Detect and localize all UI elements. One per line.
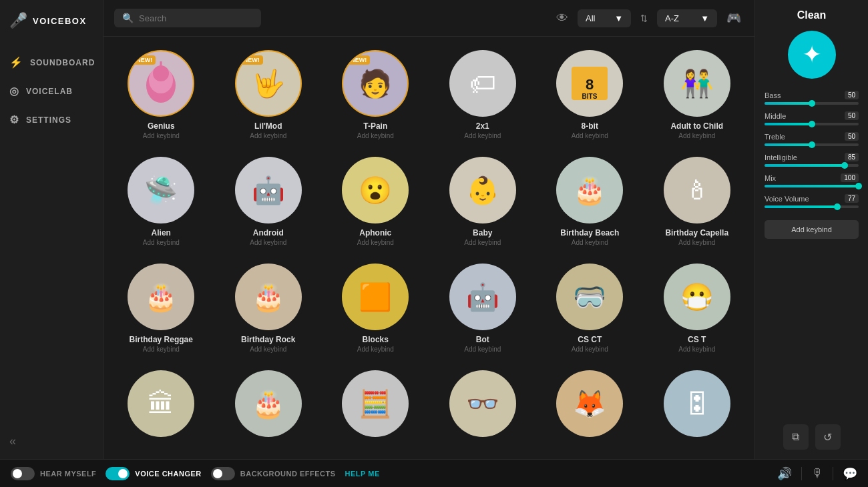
voice-name: Bot <box>476 335 489 344</box>
voice-card-birthday-capella[interactable]: 🕯 Birthday Capella Add keybind <box>646 150 748 252</box>
slider-fill-voice-volume <box>765 205 837 208</box>
voice-keybind[interactable]: Add keybind <box>464 346 501 353</box>
slider-thumb-mix[interactable] <box>855 183 862 189</box>
voice-card-birthday-reggae[interactable]: 🎂 Birthday Reggae Add keybind <box>110 257 212 358</box>
voice-card-baby[interactable]: 👶 Baby Add keybind <box>432 150 534 252</box>
volume-icon[interactable]: 🔊 <box>777 466 792 481</box>
voice-circle: 8BITS <box>556 50 623 117</box>
slider-track-mix[interactable] <box>765 185 859 187</box>
voice-card-cs-ct[interactable]: 🥽 CS CT Add keybind <box>539 257 641 358</box>
voice-card-partial5[interactable]: 🦊 <box>539 364 641 442</box>
voice-grid-container: NEW! Genius Add keybind NEW! 🤟 Lil'Mod A… <box>103 37 754 459</box>
voice-keybind[interactable]: Add keybind <box>143 132 180 139</box>
voice-card-partial1[interactable]: 🏛 <box>110 364 212 442</box>
voice-card-bot[interactable]: 🤖 Bot Add keybind <box>432 257 534 358</box>
voice-keybind[interactable]: Add keybind <box>464 239 501 246</box>
slider-track-bass[interactable] <box>765 102 859 105</box>
search-box[interactable]: 🔍 <box>114 9 261 27</box>
voice-keybind[interactable]: Add keybind <box>572 346 608 353</box>
slider-thumb-treble[interactable] <box>809 141 815 148</box>
slider-fill-intelligible <box>765 164 845 167</box>
slider-track-intelligible[interactable] <box>765 164 859 167</box>
voice-keybind[interactable]: Add keybind <box>250 239 286 246</box>
voice-card-lil-mod[interactable]: NEW! 🤟 Lil'Mod Add keybind <box>218 43 320 145</box>
slider-thumb-voice-volume[interactable] <box>834 203 841 210</box>
sidebar-item-voicelab[interactable]: ◎ VOICELAB <box>0 77 103 105</box>
voice-keybind[interactable]: Add keybind <box>250 346 286 353</box>
sort-dropdown[interactable]: A-Z ▼ <box>657 9 717 27</box>
voice-name: Lil'Mod <box>254 121 282 131</box>
voice-card-partial2[interactable]: 🎂 <box>218 364 320 442</box>
bg-effects-toggle[interactable] <box>211 467 235 480</box>
hear-myself-toggle[interactable] <box>11 467 35 480</box>
voice-circle: 🎂 <box>235 370 302 437</box>
voice-card-birthday-rock[interactable]: 🎂 Birthday Rock Add keybind <box>218 257 320 358</box>
voice-circle: 😮 <box>342 157 409 223</box>
sidebar-item-settings[interactable]: ⚙ SETTINGS <box>0 105 103 134</box>
voice-circle: NEW! 🤟 <box>235 50 302 117</box>
voice-keybind[interactable]: Add keybind <box>357 132 394 139</box>
grid-options-icon[interactable]: 🎮 <box>724 8 744 28</box>
reset-button[interactable]: ↺ <box>815 424 841 450</box>
slider-value-mix: 100 <box>841 173 859 182</box>
chat-icon[interactable]: 💬 <box>843 466 857 481</box>
toggle-knob <box>13 469 22 478</box>
voice-card-partial4[interactable]: 👓 <box>432 364 534 442</box>
voice-keybind[interactable]: Add keybind <box>678 346 715 353</box>
voice-keybind[interactable]: Add keybind <box>143 346 180 353</box>
voice-keybind[interactable]: Add keybind <box>464 132 501 139</box>
voice-card-partial3[interactable]: 🧮 <box>324 364 427 442</box>
voice-card-birthday-beach[interactable]: 🎂 Birthday Beach Add keybind <box>539 150 641 252</box>
help-link[interactable]: HELP ME <box>345 470 380 478</box>
slider-track-treble[interactable] <box>765 143 859 146</box>
voice-circle: 🎛 <box>664 370 730 437</box>
slider-track-voice-volume[interactable] <box>765 205 859 208</box>
voice-grid: NEW! Genius Add keybind NEW! 🤟 Lil'Mod A… <box>110 43 748 442</box>
voice-circle: 🏷 <box>449 50 516 117</box>
voice-card-partial6[interactable]: 🎛 <box>646 364 748 442</box>
new-badge: NEW! <box>347 55 370 65</box>
app-row: 🎤 VOICEBOX ⚡ SOUNDBOARD ◎ VOICELAB ⚙ SET… <box>0 0 868 459</box>
voice-keybind[interactable]: Add keybind <box>357 239 394 246</box>
filter-value: All <box>586 13 595 23</box>
voice-name: Birthday Beach <box>560 228 619 237</box>
add-keybind-button[interactable]: Add keybind <box>765 220 859 239</box>
sort-icon[interactable]: ⇅ <box>638 11 650 26</box>
voice-card-genius[interactable]: NEW! Genius Add keybind <box>110 43 212 145</box>
slider-label-row-middle: Middle 50 <box>765 111 859 120</box>
voice-circle: 🎂 <box>128 264 194 330</box>
search-input[interactable] <box>139 13 253 23</box>
voice-keybind[interactable]: Add keybind <box>357 346 394 353</box>
voice-keybind[interactable]: Add keybind <box>678 239 715 246</box>
voice-keybind[interactable]: Add keybind <box>572 132 608 139</box>
sidebar-collapse-button[interactable]: « <box>0 424 25 459</box>
slider-thumb-intelligible[interactable] <box>841 162 848 169</box>
voice-card-aphonic[interactable]: 😮 Aphonic Add keybind <box>324 150 427 252</box>
main-content: 🔍 👁 All ▼ ⇅ A-Z ▼ 🎮 NEW! Genius Add keyb… <box>103 0 754 459</box>
voice-card-8-bit[interactable]: 8BITS 8-bit Add keybind <box>539 43 641 145</box>
visibility-icon[interactable]: 👁 <box>554 9 571 28</box>
voice-card-t-pain[interactable]: NEW! 🧑 T-Pain Add keybind <box>324 43 427 145</box>
voice-card-cs-t[interactable]: 😷 CS T Add keybind <box>646 257 748 358</box>
filter-chevron-icon: ▼ <box>614 13 623 23</box>
bottom-right-icons: 🔊 🎙 💬 <box>777 466 857 481</box>
voice-card-blocks[interactable]: 🟧 Blocks Add keybind <box>324 257 427 358</box>
voice-card-alien[interactable]: 🛸 Alien Add keybind <box>110 150 212 252</box>
voice-keybind[interactable]: Add keybind <box>572 239 608 246</box>
voice-card-android[interactable]: 🤖 Android Add keybind <box>218 150 320 252</box>
voice-keybind[interactable]: Add keybind <box>678 132 715 139</box>
voice-card-2x1[interactable]: 🏷 2x1 Add keybind <box>432 43 534 145</box>
voice-keybind[interactable]: Add keybind <box>250 132 286 139</box>
slider-label-row-intelligible: Intelligible 85 <box>765 153 859 161</box>
slider-track-middle[interactable] <box>765 123 859 125</box>
filter-dropdown[interactable]: All ▼ <box>578 9 631 27</box>
slider-thumb-bass[interactable] <box>809 100 815 107</box>
voice-card-adult-to-child[interactable]: 👫 Adult to Child Add keybind <box>646 43 748 145</box>
voice-keybind[interactable]: Add keybind <box>143 239 180 246</box>
sidebar-item-soundboard[interactable]: ⚡ SOUNDBOARD <box>0 48 103 77</box>
slider-thumb-middle[interactable] <box>809 121 815 127</box>
slider-row-voice-volume: Voice Volume 77 <box>765 194 859 208</box>
copy-button[interactable]: ⧉ <box>783 424 809 450</box>
voice-changer-toggle[interactable] <box>105 467 130 480</box>
mic-bottom-icon[interactable]: 🎙 <box>811 466 823 480</box>
